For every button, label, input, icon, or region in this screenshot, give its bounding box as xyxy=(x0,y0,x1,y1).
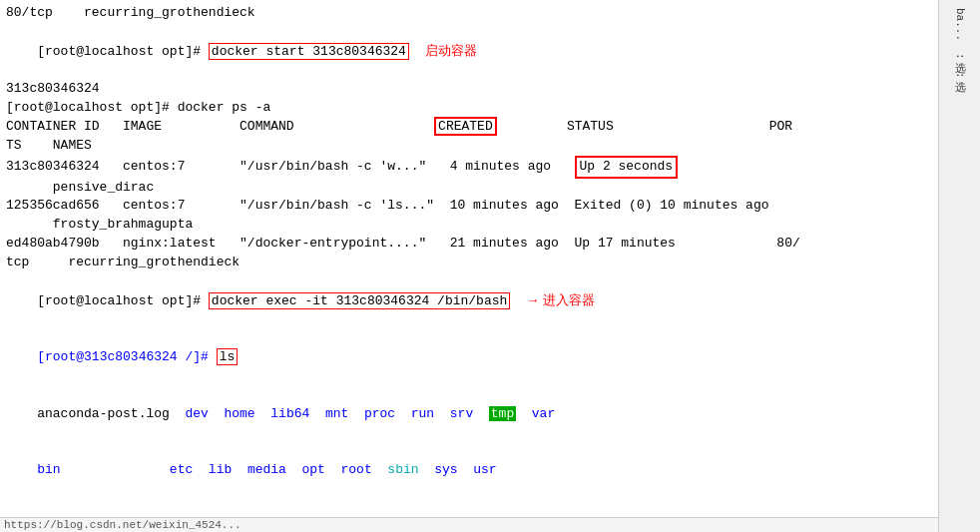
annotation-start: 启动容器 xyxy=(425,43,477,58)
sidebar-item-1[interactable]: ba... xyxy=(952,4,968,45)
table-header-1: CONTAINER ID IMAGE COMMAND CREATED STATU… xyxy=(6,118,932,137)
url-bar: https://blog.csdn.net/weixin_4524... xyxy=(0,517,938,532)
url-text: https://blog.csdn.net/weixin_4524... xyxy=(4,519,242,531)
status-up-seconds: Up 2 seconds xyxy=(575,156,679,179)
annotation-exec: → 进入容器 xyxy=(526,292,595,307)
table-row-2: 125356cad656 centos:7 "/usr/bin/bash -c … xyxy=(6,197,932,216)
line-ps1: [root@localhost opt]# docker ps -a xyxy=(6,99,932,118)
line-ls: [root@313c80346324 /]# ls xyxy=(6,329,932,386)
line-docker-exec: [root@localhost opt]# docker exec -it 31… xyxy=(6,272,932,330)
line-container-id: 313c80346324 xyxy=(6,80,932,99)
table-row-2b: frosty_brahmagupta xyxy=(6,216,932,235)
table-header-1b: TS NAMES xyxy=(6,137,932,156)
container-prompt: [root@313c80346324 /]# xyxy=(37,349,216,364)
sidebar: ba... 选: 选: xyxy=(938,0,980,532)
table-row-3: ed480ab4790b nginx:latest "/docker-entry… xyxy=(6,235,932,254)
docker-exec-cmd: docker exec -it 313c80346324 /bin/bash xyxy=(209,292,510,309)
table-row-3b: tcp recurring_grothendieck xyxy=(6,254,932,272)
sidebar-item-3[interactable]: 选: xyxy=(950,68,969,83)
prompt: [root@localhost opt]# xyxy=(37,44,209,59)
line-1: 80/tcp recurring_grothendieck xyxy=(6,4,932,23)
table-row-1: 313c80346324 centos:7 "/usr/bin/bash -c … xyxy=(6,156,932,179)
docker-start-cmd: docker start 313c80346324 xyxy=(209,43,409,60)
prompt-exec: [root@localhost opt]# xyxy=(37,293,209,308)
ls-output-2: bin etc lib media opt root sbin sys usr xyxy=(6,442,932,499)
table-row-1b: pensive_dirac xyxy=(6,179,932,198)
ls-output-1: anaconda-post.log dev home lib64 mnt pro… xyxy=(6,386,932,443)
terminal: 80/tcp recurring_grothendieck [root@loca… xyxy=(0,0,938,532)
line-docker-start: [root@localhost opt]# docker start 313c8… xyxy=(6,23,932,81)
sidebar-item-2[interactable]: 选: xyxy=(950,49,969,64)
ls-cmd: ls xyxy=(217,348,239,365)
